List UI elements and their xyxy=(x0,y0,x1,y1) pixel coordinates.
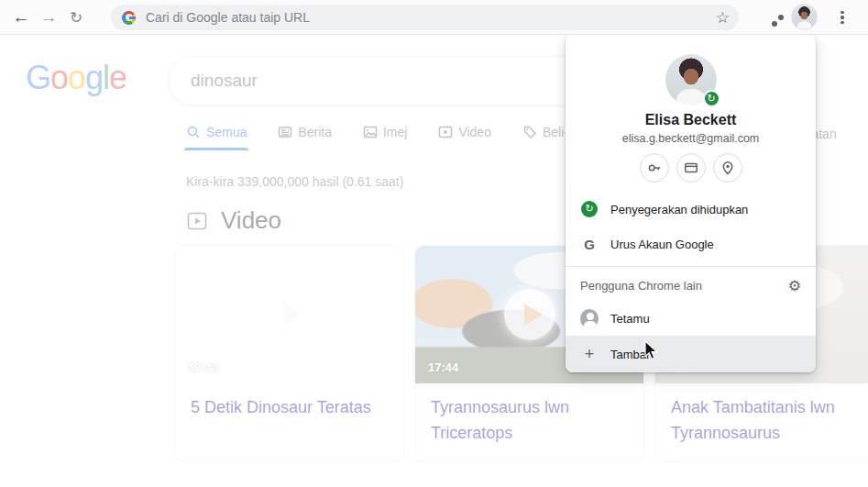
google-logo: Google xyxy=(26,59,126,97)
logo-letter: G xyxy=(26,59,50,96)
location-pin-icon xyxy=(720,160,735,175)
tab-imej[interactable]: Imej xyxy=(363,125,407,150)
tab-label: Berita xyxy=(298,125,332,139)
profile-menu: ↻ Elisa Beckett elisa.g.beckett@gmail.co… xyxy=(566,34,816,372)
play-button-icon[interactable] xyxy=(264,289,315,340)
video-duration: 17:44 xyxy=(428,360,458,374)
other-users-label: Pengguna Chrome lain xyxy=(580,279,702,293)
reload-button[interactable]: ↻ xyxy=(62,4,90,31)
video-title-link[interactable]: Anak Tambatitanis lwn Tyrannosaurus xyxy=(655,383,868,459)
logo-letter: g xyxy=(85,59,103,96)
manage-account-label: Urus Akaun Google xyxy=(610,238,714,251)
back-button[interactable]: ← xyxy=(7,4,35,31)
plus-icon: + xyxy=(585,346,595,362)
tab-semua[interactable]: Semua xyxy=(186,125,247,150)
search-icon xyxy=(186,125,201,139)
menu-item-manage-account[interactable]: G Urus Akaun Google xyxy=(566,227,816,261)
add-profile-label: Tambah xyxy=(610,348,653,361)
kebab-dot xyxy=(841,11,843,14)
search-tabs: SemuaBeritaImejVideoBeli-belah xyxy=(186,125,599,150)
video-title-link[interactable]: 5 Detik Dinosaur Teratas xyxy=(175,383,403,433)
browser-window: ← → ↻ Cari di Google atau taip URL ☆ Goo… xyxy=(0,0,868,487)
profile-email: elisa.g.beckett@gmail.com xyxy=(566,132,816,145)
payment-methods-button[interactable] xyxy=(676,153,706,183)
extensions-button[interactable] xyxy=(764,6,786,28)
logo-letter: e xyxy=(109,59,126,96)
search-query-text: dinosaur xyxy=(191,71,258,91)
profile-menu-items: ↻ Penyegerakan dihidupkan G Urus Akaun G… xyxy=(566,192,816,372)
kebab-dot xyxy=(841,21,843,24)
play-button-icon[interactable] xyxy=(504,289,555,340)
logo-letter: o xyxy=(50,59,68,96)
manage-profiles-gear-icon[interactable]: ⚙ xyxy=(788,277,801,294)
tab-berita[interactable]: Berita xyxy=(278,125,332,150)
sync-badge-icon: ↻ xyxy=(703,90,720,107)
video-thumbnail[interactable]: 17:44 xyxy=(175,246,403,383)
other-users-section: Pengguna Chrome lain ⚙ xyxy=(566,270,816,301)
profile-menu-avatar: ↻ xyxy=(665,54,717,105)
news-icon xyxy=(278,125,292,139)
video-title-link[interactable]: Tyrannosaurus lwn Triceratops xyxy=(415,383,643,459)
kebab-dot xyxy=(841,16,843,18)
passwords-button[interactable] xyxy=(640,153,669,183)
video-icon xyxy=(438,125,453,139)
google-g-icon: G xyxy=(584,237,595,252)
video-section-icon xyxy=(186,210,208,232)
bookmark-star-icon[interactable]: ☆ xyxy=(716,10,730,26)
google-favicon-icon xyxy=(122,11,136,25)
sync-status-label: Penyegerakan dihidupkan xyxy=(610,203,748,216)
address-bar[interactable]: Cari di Google atau taip URL ☆ xyxy=(111,5,739,30)
profile-shortcut-buttons xyxy=(566,153,816,183)
tab-label: Imej xyxy=(383,125,407,139)
tab-video[interactable]: Video xyxy=(438,125,491,150)
addresses-button[interactable] xyxy=(713,153,742,183)
guest-icon xyxy=(580,309,599,328)
tab-label: Semua xyxy=(206,125,247,139)
video-card[interactable]: 17:445 Detik Dinosaur Teratas xyxy=(174,245,404,462)
menu-item-sync-status[interactable]: ↻ Penyegerakan dihidupkan xyxy=(566,192,816,227)
address-bar-placeholder: Cari di Google atau taip URL xyxy=(146,10,716,25)
payment-card-icon xyxy=(684,160,698,175)
tab-label: Video xyxy=(458,125,491,139)
menu-item-guest[interactable]: Tetamu xyxy=(566,301,816,336)
video-section-heading: Video xyxy=(186,206,281,235)
browser-menu-button[interactable] xyxy=(832,7,852,28)
guest-label: Tetamu xyxy=(610,312,650,326)
key-icon xyxy=(647,160,662,175)
video-duration: 17:44 xyxy=(188,360,218,374)
profile-name: Elisa Beckett xyxy=(566,112,816,128)
menu-divider xyxy=(566,266,816,267)
forward-button[interactable]: → xyxy=(35,4,62,31)
profile-avatar-button[interactable] xyxy=(791,4,818,30)
logo-letter: o xyxy=(68,59,85,96)
tag-icon xyxy=(522,125,537,139)
menu-item-add-profile[interactable]: + Tambah xyxy=(566,336,816,372)
results-stats: Kira-kira 339,000,000 hasil (0.61 saat) xyxy=(186,174,403,189)
browser-toolbar: ← → ↻ Cari di Google atau taip URL ☆ xyxy=(0,0,868,35)
video-section-title: Video xyxy=(221,206,281,235)
image-icon xyxy=(363,125,378,139)
sync-on-icon: ↻ xyxy=(581,201,598,217)
